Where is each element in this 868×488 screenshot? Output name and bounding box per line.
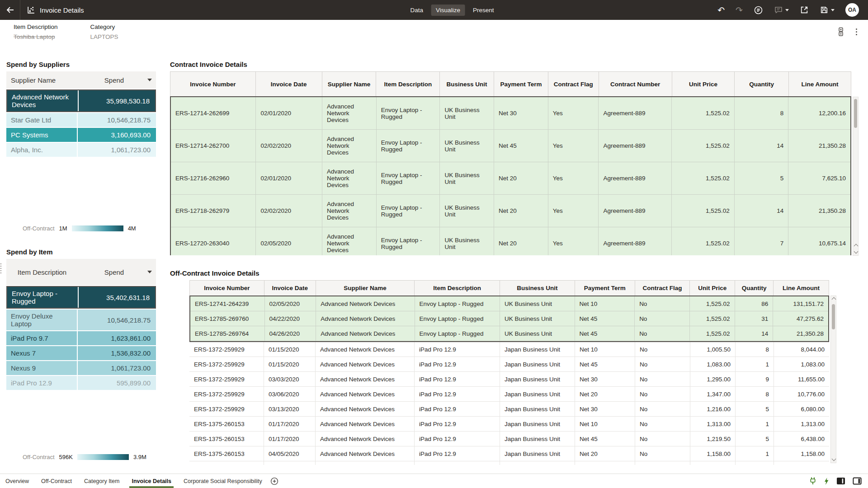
table-row[interactable]: Star Gate Ltd10,546,218.75	[6, 113, 156, 127]
table-row[interactable]: ERS-12718-26297902/02/2020Advanced Netwo…	[171, 195, 850, 227]
column-header[interactable]: Business Unit	[440, 72, 494, 96]
offcontract-table-scrollbar[interactable]	[830, 296, 836, 463]
column-header[interactable]: Spend	[78, 259, 156, 285]
table-row[interactable]: iPad Pro 12.9595,899.00	[6, 376, 156, 390]
table-row[interactable]: Envoy Deluxe Laptop10,546,218.75	[6, 310, 156, 330]
column-header[interactable]: Item Description	[376, 72, 440, 96]
column-header[interactable]: Unit Price	[690, 281, 735, 296]
table-row[interactable]: ERS-12714-26270002/02/2020Advanced Netwo…	[171, 130, 850, 162]
scroll-down-icon[interactable]	[832, 457, 836, 461]
canvas-tab-overview[interactable]: Overview	[5, 474, 29, 488]
table-row[interactable]: ERS-1375-26015301/17/2020Advanced Networ…	[189, 417, 829, 432]
table-cell[interactable]: 10,546,218.75	[78, 113, 156, 127]
table-row[interactable]: ERS-1375-26015301/17/2020Advanced Networ…	[189, 432, 829, 446]
table-cell[interactable]: 595,899.00	[78, 376, 156, 390]
column-header[interactable]: Quantity	[735, 72, 789, 96]
column-header[interactable]: Quantity	[735, 281, 774, 296]
column-header[interactable]: Invoice Date	[256, 72, 322, 96]
table-row[interactable]: ERS-1372-25992903/13/2020Advanced Networ…	[189, 402, 829, 417]
table-cell[interactable]: Star Gate Ltd	[6, 113, 78, 127]
column-header[interactable]: Invoice Number	[170, 72, 256, 96]
panel-resize-handle[interactable]	[0, 263, 1, 273]
scrollbar-thumb[interactable]	[854, 99, 857, 128]
table-row[interactable]: ERS-1372-25992901/15/2020Advanced Networ…	[189, 342, 829, 357]
scroll-down-icon[interactable]	[854, 249, 859, 254]
canvas-tab-invoice-details[interactable]: Invoice Details	[132, 474, 171, 488]
table-row[interactable]: ERS-12716-26296002/01/2020Advanced Netwo…	[171, 162, 850, 195]
table-cell[interactable]: 10,546,218.75	[78, 310, 156, 330]
more-options-button[interactable]	[855, 28, 858, 36]
table-row[interactable]: ERS-1372-25992901/15/2020Advanced Networ…	[189, 357, 829, 372]
filter-chip[interactable]: CategoryLAPTOPS	[90, 23, 118, 40]
table-cell[interactable]: 35,998,530.18	[79, 90, 155, 111]
redo-button[interactable]: ↷	[736, 6, 743, 14]
table-row[interactable]: ERS-12785-26976004/22/2020Advanced Netwo…	[190, 311, 828, 326]
auto-apply-button[interactable]	[824, 477, 829, 485]
export-button[interactable]	[800, 5, 809, 14]
column-header[interactable]: Contract Number	[599, 72, 672, 96]
filter-bar-menu-button[interactable]	[838, 27, 844, 37]
table-cell[interactable]: Envoy Deluxe Laptop	[6, 310, 78, 330]
column-header[interactable]: Invoice Date	[264, 281, 316, 296]
table-cell[interactable]: 1,536,832.00	[78, 346, 156, 360]
table-cell[interactable]: PC Systems	[6, 128, 78, 142]
undo-button[interactable]: ↶	[717, 6, 725, 14]
column-header[interactable]: Business Unit	[500, 281, 575, 296]
live-data-button[interactable]	[809, 477, 816, 485]
column-header[interactable]: Line Amount	[774, 281, 829, 296]
column-header[interactable]: Supplier Name	[316, 281, 415, 296]
table-row[interactable]: Nexus 71,536,832.00	[6, 346, 156, 360]
add-canvas-button[interactable]	[270, 477, 278, 485]
canvas-tab-corporate-social-responsibility[interactable]: Corporate Social Responsibility	[184, 474, 262, 488]
column-header[interactable]: Invoice Number	[190, 281, 264, 296]
table-cell[interactable]: 3,160,693.00	[78, 128, 156, 142]
table-row[interactable]: Nexus 91,061,723.00	[6, 361, 156, 375]
table-row[interactable]: ERS-12714-26269902/01/2020Advanced Netwo…	[171, 97, 850, 130]
topbar-tab-visualize[interactable]: Visualize	[431, 5, 465, 16]
canvas-tab-category-item[interactable]: Category Item	[84, 474, 120, 488]
table-cell[interactable]: Nexus 9	[6, 361, 78, 375]
table-cell[interactable]: 1,623,861.00	[78, 331, 156, 345]
table-cell[interactable]: 35,402,631.18	[79, 287, 155, 308]
table-cell[interactable]: Nexus 7	[6, 346, 78, 360]
scroll-up-icon[interactable]	[854, 244, 859, 249]
table-cell[interactable]: iPad Pro 12.9	[6, 376, 78, 390]
table-row[interactable]: Envoy Laptop - Rugged35,402,631.18	[6, 286, 156, 309]
column-header[interactable]: Item Description	[415, 281, 500, 296]
table-row[interactable]: ERS-1372-25992903/03/2020Advanced Networ…	[189, 372, 829, 387]
scroll-up-icon[interactable]	[832, 297, 836, 302]
column-header[interactable]: Item Description	[6, 259, 78, 285]
canvas-tab-off-contract[interactable]: Off-Contract	[41, 474, 72, 488]
table-row[interactable]: ERS-12741-26423902/05/2020Advanced Netwo…	[190, 296, 828, 311]
column-header[interactable]: Contract Flag	[548, 72, 599, 96]
table-cell[interactable]: iPad Pro 9.7	[6, 331, 78, 345]
insights-button[interactable]	[754, 5, 763, 15]
column-header[interactable]: Contract Flag	[635, 281, 690, 296]
column-header[interactable]: Spend	[78, 71, 156, 89]
topbar-tab-data[interactable]: Data	[406, 5, 429, 16]
layout-panel-toggle-button[interactable]	[836, 477, 845, 485]
column-header[interactable]: Payment Term	[575, 281, 635, 296]
column-header[interactable]: Line Amount	[789, 72, 851, 96]
table-row[interactable]: Alpha, Inc.1,061,723.00	[6, 143, 156, 157]
layout-outline-toggle-button[interactable]	[853, 477, 862, 485]
column-header[interactable]: Supplier Name	[322, 72, 377, 96]
filter-chip[interactable]: Item DescriptionToshiba Laptop	[14, 23, 58, 40]
table-cell[interactable]: Alpha, Inc.	[6, 143, 78, 157]
topbar-tab-present[interactable]: Present	[468, 5, 499, 16]
comments-button[interactable]	[774, 6, 789, 14]
table-cell[interactable]: 1,061,723.00	[78, 143, 156, 157]
column-header[interactable]: Supplier Name	[6, 71, 78, 89]
table-cell[interactable]: 1,061,723.00	[78, 361, 156, 375]
back-button[interactable]	[0, 0, 20, 20]
column-header[interactable]: Unit Price	[672, 72, 735, 96]
table-cell[interactable]: Advanced Network Devices	[7, 90, 79, 111]
table-row[interactable]: ERS-12720-26304002/05/2020Advanced Netwo…	[171, 227, 850, 255]
contract-table-scrollbar[interactable]	[853, 97, 859, 256]
save-button[interactable]	[820, 5, 835, 14]
user-avatar[interactable]: OA	[845, 3, 859, 17]
table-row[interactable]: ERS-1372-25992903/06/2020Advanced Networ…	[189, 387, 829, 402]
scrollbar-thumb[interactable]	[832, 304, 835, 329]
table-cell[interactable]: Envoy Laptop - Rugged	[7, 287, 79, 308]
table-row[interactable]: PC Systems3,160,693.00	[6, 128, 156, 142]
